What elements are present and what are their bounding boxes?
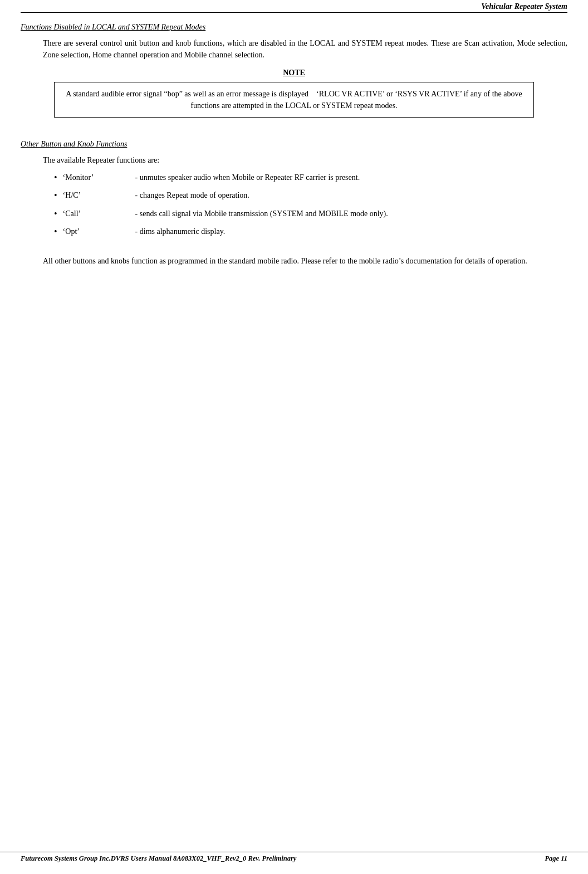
section1-heading: Functions Disabled in LOCAL and SYSTEM R… (21, 23, 567, 37)
bullet-desc: - changes Repeat mode of operation. (135, 189, 567, 201)
spacer1 (21, 129, 567, 140)
section2-closing: All other buttons and knobs function as … (43, 255, 567, 267)
footer-bar: Futurecom Systems Group Inc.DVRS Users M… (0, 852, 588, 863)
list-item: • ‘H/C’ - changes Repeat mode of operati… (54, 189, 567, 202)
bullet-icon: • (54, 226, 57, 238)
bullet-icon: • (54, 208, 57, 220)
section2-intro: The available Repeater functions are: (43, 154, 567, 166)
note-box: A standard audible error signal “bop” as… (54, 82, 534, 118)
page-container: Vehicular Repeater System Functions Disa… (0, 0, 588, 874)
bullet-desc: - dims alphanumeric display. (135, 226, 567, 237)
bullet-icon: • (54, 189, 57, 202)
note-label: NOTE (21, 69, 567, 77)
bullet-icon: • (54, 172, 57, 184)
bullet-desc: - sends call signal via Mobile transmiss… (135, 208, 567, 219)
section2-heading-text: Other Button and Knob Functions (21, 140, 127, 149)
list-item: • ‘Opt’ - dims alphanumeric display. (54, 226, 567, 238)
bullet-desc: - unmutes speaker audio when Mobile or R… (135, 172, 567, 183)
footer-left: Futurecom Systems Group Inc.DVRS Users M… (21, 855, 296, 863)
header-title: Vehicular Repeater System (481, 2, 567, 11)
list-item: • ‘Monitor’ - unmutes speaker audio when… (54, 172, 567, 184)
section1-paragraph: There are several control unit button an… (43, 37, 567, 61)
bullet-term: ‘Call’ (63, 208, 135, 219)
bullet-term: ‘H/C’ (63, 189, 135, 201)
note-text: A standard audible error signal “bop” as… (66, 90, 522, 110)
bullet-term: ‘Opt’ (63, 226, 135, 237)
spacer2 (21, 244, 567, 255)
footer-right: Page 11 (545, 855, 567, 863)
bullet-list: • ‘Monitor’ - unmutes speaker audio when… (54, 172, 567, 238)
bullet-term: ‘Monitor’ (63, 172, 135, 183)
header-bar: Vehicular Repeater System (21, 0, 567, 13)
list-item: • ‘Call’ - sends call signal via Mobile … (54, 208, 567, 220)
section1-heading-text: Functions Disabled in LOCAL and SYSTEM R… (21, 23, 205, 32)
section2-heading: Other Button and Knob Functions (21, 140, 567, 154)
